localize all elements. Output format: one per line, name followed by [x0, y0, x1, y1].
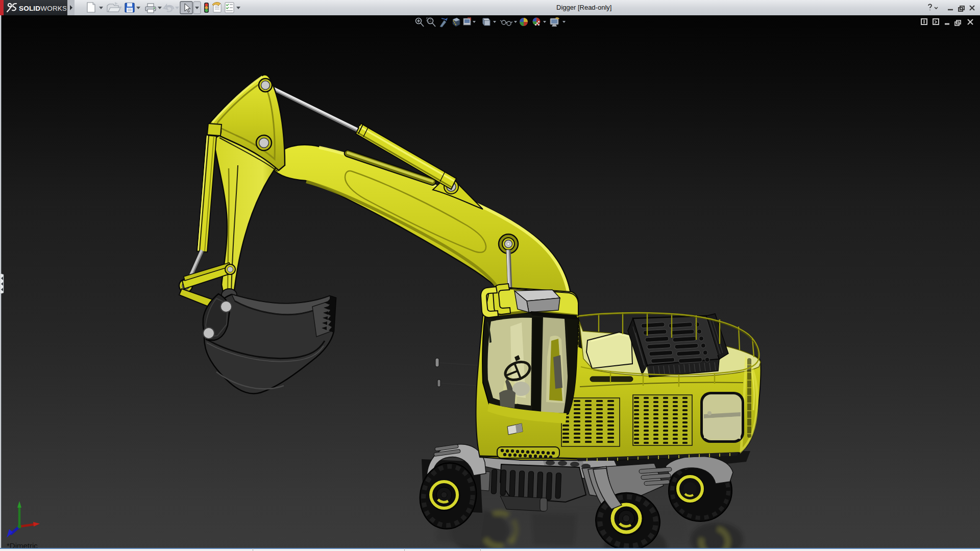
svg-text:SOLIDWORKS: SOLIDWORKS: [19, 5, 66, 12]
